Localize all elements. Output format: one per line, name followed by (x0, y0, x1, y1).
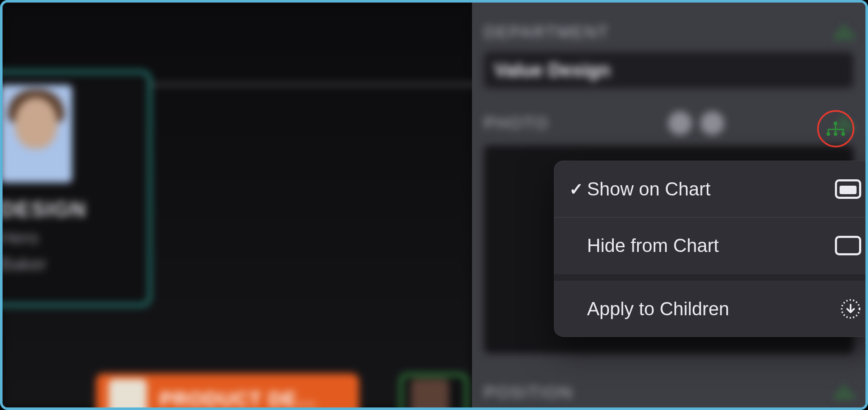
menu-item-hide-from-chart[interactable]: Hide from Chart (554, 217, 868, 274)
menu-item-label: Hide from Chart (587, 235, 835, 256)
menu-item-label: Apply to Children (587, 298, 840, 320)
avatar (109, 379, 147, 410)
department-field[interactable]: Value Design (484, 52, 854, 88)
child-card-product[interactable]: PRODUCT DE… (96, 373, 359, 410)
card-filled-icon (835, 179, 861, 199)
highlight-ring (817, 110, 854, 147)
avatar (411, 379, 449, 410)
selected-card[interactable]: DESIGN Hero Baker (0, 71, 151, 306)
section-header-department: DEPARTMENT (472, 23, 865, 42)
hierarchy-icon[interactable] (835, 385, 854, 400)
apply-down-icon (840, 298, 861, 320)
chart-visibility-menu: ✓ Show on Chart Hide from Chart Apply to… (554, 161, 868, 337)
hierarchy-icon[interactable] (826, 122, 845, 136)
child-card-label: PRODUCT DE… (160, 387, 317, 410)
section-header-photo: PHOTO (472, 111, 865, 135)
menu-item-show-on-chart[interactable]: ✓ Show on Chart (554, 161, 868, 217)
avatar (0, 85, 72, 183)
card-empty-icon (835, 236, 861, 255)
connector-line (131, 84, 479, 85)
photo-add-button[interactable] (668, 111, 692, 135)
menu-item-label: Show on Chart (587, 178, 835, 200)
hierarchy-icon[interactable] (835, 25, 854, 40)
chart-canvas[interactable]: DESIGN Hero Baker PRODUCT DE… (3, 3, 472, 407)
child-card-partial[interactable] (400, 373, 468, 410)
card-department-label: DESIGN (0, 197, 137, 222)
section-label: DEPARTMENT (484, 23, 609, 42)
menu-separator (554, 274, 868, 280)
card-line-1: Hero (0, 228, 137, 248)
menu-item-apply-to-children[interactable]: Apply to Children (554, 280, 868, 337)
section-header-position: POSITION (472, 383, 865, 402)
section-label: POSITION (484, 383, 573, 402)
photo-remove-button[interactable] (700, 111, 724, 135)
card-line-2: Baker (0, 254, 137, 274)
app-window: DESIGN Hero Baker PRODUCT DE… DEPARTMENT (0, 0, 868, 410)
section-label: PHOTO (484, 114, 549, 133)
card-text: DESIGN Hero Baker (0, 197, 137, 274)
checkmark-icon: ✓ (569, 179, 587, 199)
